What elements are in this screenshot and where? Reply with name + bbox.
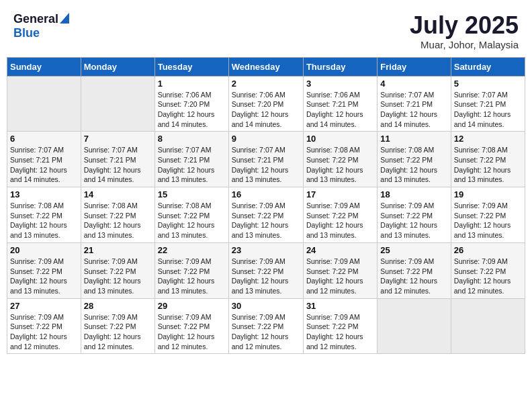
day-info: Sunrise: 7:09 AMSunset: 7:22 PMDaylight:… (84, 312, 152, 352)
day-info: Sunrise: 7:09 AMSunset: 7:22 PMDaylight:… (306, 257, 374, 296)
day-info: Sunrise: 7:09 AMSunset: 7:22 PMDaylight:… (232, 312, 300, 352)
calendar-cell: 31Sunrise: 7:09 AMSunset: 7:22 PMDayligh… (303, 298, 377, 354)
logo-blue: Blue (13, 26, 40, 40)
calendar-week-row: 13Sunrise: 7:08 AMSunset: 7:22 PMDayligh… (7, 187, 525, 243)
day-number: 9 (232, 134, 300, 144)
day-info: Sunrise: 7:09 AMSunset: 7:22 PMDaylight:… (380, 201, 447, 240)
day-info: Sunrise: 7:09 AMSunset: 7:22 PMDaylight:… (10, 257, 78, 296)
day-number: 30 (232, 301, 300, 311)
day-info: Sunrise: 7:06 AMSunset: 7:20 PMDaylight:… (158, 90, 226, 130)
day-info: Sunrise: 7:09 AMSunset: 7:22 PMDaylight:… (84, 257, 152, 296)
day-number: 8 (158, 134, 226, 144)
day-number: 18 (380, 189, 447, 199)
weekday-header-row: SundayMondayTuesdayWednesdayThursdayFrid… (7, 57, 525, 76)
day-number: 14 (84, 189, 152, 199)
day-number: 7 (84, 134, 152, 144)
weekday-header-friday: Friday (378, 57, 451, 76)
logo-icon (60, 13, 69, 26)
calendar-cell: 24Sunrise: 7:09 AMSunset: 7:22 PMDayligh… (303, 242, 377, 298)
calendar-cell: 27Sunrise: 7:09 AMSunset: 7:22 PMDayligh… (7, 298, 81, 354)
day-info: Sunrise: 7:07 AMSunset: 7:21 PMDaylight:… (158, 145, 226, 185)
location: Muar, Johor, Malaysia (410, 39, 519, 50)
calendar-cell: 22Sunrise: 7:09 AMSunset: 7:22 PMDayligh… (154, 242, 228, 298)
day-number: 28 (84, 301, 152, 311)
calendar-cell: 2Sunrise: 7:06 AMSunset: 7:20 PMDaylight… (228, 76, 303, 132)
day-info: Sunrise: 7:07 AMSunset: 7:21 PMDaylight:… (454, 90, 522, 130)
day-info: Sunrise: 7:09 AMSunset: 7:22 PMDaylight:… (306, 201, 374, 240)
calendar-cell: 29Sunrise: 7:09 AMSunset: 7:22 PMDayligh… (154, 298, 228, 354)
day-info: Sunrise: 7:08 AMSunset: 7:22 PMDaylight:… (380, 145, 447, 185)
calendar-cell: 1Sunrise: 7:06 AMSunset: 7:20 PMDaylight… (154, 76, 228, 132)
weekday-header-sunday: Sunday (7, 57, 81, 76)
calendar-cell: 26Sunrise: 7:09 AMSunset: 7:22 PMDayligh… (451, 242, 525, 298)
day-number: 26 (454, 245, 522, 255)
calendar-cell: 21Sunrise: 7:09 AMSunset: 7:22 PMDayligh… (81, 242, 154, 298)
day-info: Sunrise: 7:09 AMSunset: 7:22 PMDaylight:… (10, 312, 78, 352)
weekday-header-monday: Monday (81, 57, 154, 76)
calendar-cell: 4Sunrise: 7:07 AMSunset: 7:21 PMDaylight… (378, 76, 451, 132)
day-info: Sunrise: 7:07 AMSunset: 7:21 PMDaylight:… (232, 145, 300, 185)
weekday-header-tuesday: Tuesday (154, 57, 228, 76)
day-number: 29 (158, 301, 226, 311)
calendar-cell: 16Sunrise: 7:09 AMSunset: 7:22 PMDayligh… (228, 187, 303, 243)
weekday-header-thursday: Thursday (303, 57, 377, 76)
month-title: July 2025 (410, 12, 519, 39)
calendar-cell: 20Sunrise: 7:09 AMSunset: 7:22 PMDayligh… (7, 242, 81, 298)
calendar-cell: 28Sunrise: 7:09 AMSunset: 7:22 PMDayligh… (81, 298, 154, 354)
calendar-cell (81, 76, 154, 132)
calendar-week-row: 20Sunrise: 7:09 AMSunset: 7:22 PMDayligh… (7, 242, 525, 298)
day-info: Sunrise: 7:06 AMSunset: 7:20 PMDaylight:… (232, 90, 300, 130)
day-info: Sunrise: 7:09 AMSunset: 7:22 PMDaylight:… (232, 201, 300, 240)
day-info: Sunrise: 7:09 AMSunset: 7:22 PMDaylight:… (232, 257, 300, 296)
calendar-cell: 30Sunrise: 7:09 AMSunset: 7:22 PMDayligh… (228, 298, 303, 354)
day-number: 21 (84, 245, 152, 255)
day-number: 5 (454, 79, 522, 89)
calendar-cell: 13Sunrise: 7:08 AMSunset: 7:22 PMDayligh… (7, 187, 81, 243)
calendar-cell: 9Sunrise: 7:07 AMSunset: 7:21 PMDaylight… (228, 132, 303, 187)
day-number: 13 (10, 189, 78, 199)
calendar-cell: 19Sunrise: 7:09 AMSunset: 7:22 PMDayligh… (451, 187, 525, 243)
calendar-cell: 10Sunrise: 7:08 AMSunset: 7:22 PMDayligh… (303, 132, 377, 187)
day-number: 31 (306, 301, 374, 311)
day-info: Sunrise: 7:07 AMSunset: 7:21 PMDaylight:… (10, 145, 78, 185)
day-number: 22 (158, 245, 226, 255)
day-info: Sunrise: 7:07 AMSunset: 7:21 PMDaylight:… (84, 145, 152, 185)
day-info: Sunrise: 7:09 AMSunset: 7:22 PMDaylight:… (306, 312, 374, 352)
day-info: Sunrise: 7:09 AMSunset: 7:22 PMDaylight:… (158, 312, 226, 352)
calendar-cell: 5Sunrise: 7:07 AMSunset: 7:21 PMDaylight… (451, 76, 525, 132)
day-number: 20 (10, 245, 78, 255)
calendar-week-row: 27Sunrise: 7:09 AMSunset: 7:22 PMDayligh… (7, 298, 525, 354)
day-number: 19 (454, 189, 522, 199)
day-number: 16 (232, 189, 300, 199)
calendar-cell: 14Sunrise: 7:08 AMSunset: 7:22 PMDayligh… (81, 187, 154, 243)
calendar-cell: 23Sunrise: 7:09 AMSunset: 7:22 PMDayligh… (228, 242, 303, 298)
day-info: Sunrise: 7:08 AMSunset: 7:22 PMDaylight:… (10, 201, 78, 240)
day-info: Sunrise: 7:06 AMSunset: 7:21 PMDaylight:… (306, 90, 374, 130)
calendar-week-row: 1Sunrise: 7:06 AMSunset: 7:20 PMDaylight… (7, 76, 525, 132)
calendar-table: SundayMondayTuesdayWednesdayThursdayFrid… (7, 57, 525, 355)
calendar-cell: 18Sunrise: 7:09 AMSunset: 7:22 PMDayligh… (378, 187, 451, 243)
day-info: Sunrise: 7:08 AMSunset: 7:22 PMDaylight:… (158, 201, 226, 240)
calendar-cell: 12Sunrise: 7:08 AMSunset: 7:22 PMDayligh… (451, 132, 525, 187)
logo: General Blue (13, 12, 69, 40)
day-info: Sunrise: 7:07 AMSunset: 7:21 PMDaylight:… (380, 90, 447, 130)
day-number: 24 (306, 245, 374, 255)
day-number: 2 (232, 79, 300, 89)
calendar-cell: 7Sunrise: 7:07 AMSunset: 7:21 PMDaylight… (81, 132, 154, 187)
calendar-cell (451, 298, 525, 354)
day-info: Sunrise: 7:08 AMSunset: 7:22 PMDaylight:… (84, 201, 152, 240)
calendar-cell: 25Sunrise: 7:09 AMSunset: 7:22 PMDayligh… (378, 242, 451, 298)
calendar-cell: 11Sunrise: 7:08 AMSunset: 7:22 PMDayligh… (378, 132, 451, 187)
day-info: Sunrise: 7:09 AMSunset: 7:22 PMDaylight:… (454, 257, 522, 296)
weekday-header-wednesday: Wednesday (228, 57, 303, 76)
day-number: 23 (232, 245, 300, 255)
title-block: July 2025 Muar, Johor, Malaysia (410, 12, 519, 50)
calendar-cell: 17Sunrise: 7:09 AMSunset: 7:22 PMDayligh… (303, 187, 377, 243)
day-number: 25 (380, 245, 447, 255)
weekday-header-saturday: Saturday (451, 57, 525, 76)
calendar-cell (378, 298, 451, 354)
day-number: 3 (306, 79, 374, 89)
day-number: 1 (158, 79, 226, 89)
logo-general: General (13, 12, 58, 26)
day-number: 4 (380, 79, 447, 89)
